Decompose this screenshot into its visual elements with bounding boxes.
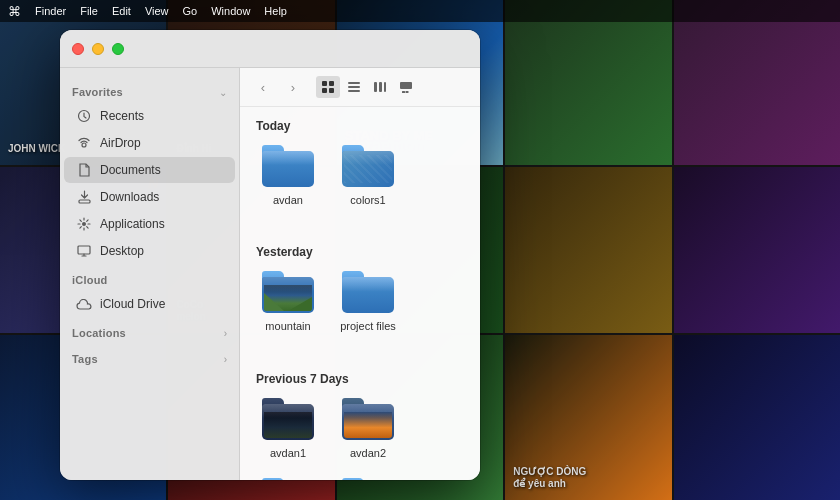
- file-menu[interactable]: File: [80, 5, 98, 17]
- file-item-colors1[interactable]: colors1: [336, 145, 400, 209]
- menubar: ⌘ Finder File Edit View Go Window Help: [0, 0, 840, 22]
- svg-rect-6: [329, 81, 334, 86]
- sidebar-item-icloud-drive[interactable]: iCloud Drive: [64, 291, 235, 317]
- view-menu[interactable]: View: [145, 5, 169, 17]
- svg-rect-11: [348, 90, 360, 92]
- file-item-sound-effects[interactable]: sound effects: [336, 478, 400, 480]
- file-item-mountain[interactable]: mountain: [256, 271, 320, 335]
- finder-window: Favorites ⌄ Recents: [60, 30, 480, 480]
- svg-rect-10: [348, 86, 360, 88]
- apple-menu[interactable]: ⌘: [8, 4, 21, 19]
- window-menu[interactable]: Window: [211, 5, 250, 17]
- folder-icon-avdan: [262, 145, 314, 187]
- gallery-view-button[interactable]: [394, 76, 418, 98]
- title-bar: [60, 30, 480, 68]
- columns-view-button[interactable]: [368, 76, 392, 98]
- sidebar-item-applications[interactable]: Applications: [64, 211, 235, 237]
- maximize-button[interactable]: [112, 43, 124, 55]
- previous-title: Previous 7 Days: [256, 372, 464, 386]
- back-button[interactable]: ‹: [252, 76, 274, 98]
- documents-label: Documents: [100, 163, 161, 177]
- icloud-drive-icon: [76, 296, 92, 312]
- svg-point-3: [82, 222, 86, 226]
- sidebar: Favorites ⌄ Recents: [60, 68, 240, 480]
- downloads-icon: [76, 189, 92, 205]
- icloud-label: iCloud: [72, 274, 108, 286]
- tags-label: Tags: [72, 353, 98, 365]
- today-section: Today avdan: [240, 107, 480, 225]
- folder-icon-avdan1: [262, 398, 314, 440]
- main-content: ‹ ›: [240, 68, 480, 480]
- tags-header[interactable]: Tags ›: [60, 347, 239, 369]
- svg-rect-9: [348, 82, 360, 84]
- desktop-icon: [76, 243, 92, 259]
- go-menu[interactable]: Go: [183, 5, 198, 17]
- help-menu[interactable]: Help: [264, 5, 287, 17]
- yesterday-section: Yesterday mountain: [240, 233, 480, 351]
- svg-rect-2: [79, 200, 90, 203]
- svg-point-1: [82, 143, 86, 147]
- folder-icon-project-files: [342, 271, 394, 313]
- svg-rect-16: [402, 91, 405, 93]
- downloads-label: Downloads: [100, 190, 159, 204]
- locations-header[interactable]: Locations ›: [60, 321, 239, 343]
- folder-icon-sound-effects: [342, 478, 394, 480]
- traffic-lights: [72, 43, 124, 55]
- file-item-avdan1[interactable]: avdan1: [256, 398, 320, 462]
- file-label-avdan2: avdan2: [346, 444, 390, 462]
- previous-files: avdan1 avdan2: [256, 398, 464, 480]
- today-files: avdan colors1: [256, 145, 464, 209]
- yesterday-title: Yesterday: [256, 245, 464, 259]
- grid-view-button[interactable]: [316, 76, 340, 98]
- file-label-avdan1: avdan1: [266, 444, 310, 462]
- svg-rect-7: [322, 88, 327, 93]
- desktop-label: Desktop: [100, 244, 144, 258]
- icloud-drive-label: iCloud Drive: [100, 297, 165, 311]
- previous-section: Previous 7 Days avdan1: [240, 360, 480, 480]
- sidebar-item-desktop[interactable]: Desktop: [64, 238, 235, 264]
- sidebar-item-downloads[interactable]: Downloads: [64, 184, 235, 210]
- svg-rect-5: [322, 81, 327, 86]
- svg-rect-14: [384, 82, 386, 92]
- svg-rect-12: [374, 82, 377, 92]
- sidebar-item-airdrop[interactable]: AirDrop: [64, 130, 235, 156]
- folder-icon-pictures: [262, 478, 314, 480]
- finder-menu[interactable]: Finder: [35, 5, 66, 17]
- favorites-label: Favorites: [72, 86, 123, 98]
- file-item-avdan2[interactable]: avdan2: [336, 398, 400, 462]
- file-item-pictures[interactable]: pictures: [256, 478, 320, 480]
- edit-menu[interactable]: Edit: [112, 5, 131, 17]
- sidebar-item-documents[interactable]: Documents: [64, 157, 235, 183]
- locations-chevron[interactable]: ›: [224, 328, 227, 339]
- file-label-mountain: mountain: [261, 317, 314, 335]
- minimize-button[interactable]: [92, 43, 104, 55]
- tags-chevron[interactable]: ›: [224, 354, 227, 365]
- today-title: Today: [256, 119, 464, 133]
- window-content: Favorites ⌄ Recents: [60, 68, 480, 480]
- sidebar-item-recents[interactable]: Recents: [64, 103, 235, 129]
- yesterday-files: mountain project files: [256, 271, 464, 335]
- file-label-avdan: avdan: [269, 191, 307, 209]
- favorites-header: Favorites ⌄: [60, 80, 239, 102]
- file-label-project-files: project files: [336, 317, 400, 335]
- view-controls: [316, 76, 418, 98]
- svg-rect-13: [379, 82, 382, 92]
- file-item-avdan[interactable]: avdan: [256, 145, 320, 209]
- applications-icon: [76, 216, 92, 232]
- svg-rect-4: [78, 246, 90, 254]
- airdrop-icon: [76, 135, 92, 151]
- svg-rect-8: [329, 88, 334, 93]
- folder-icon-avdan2: [342, 398, 394, 440]
- favorites-chevron[interactable]: ⌄: [219, 87, 227, 98]
- forward-button[interactable]: ›: [282, 76, 304, 98]
- icloud-header: iCloud: [60, 268, 239, 290]
- close-button[interactable]: [72, 43, 84, 55]
- list-view-button[interactable]: [342, 76, 366, 98]
- applications-label: Applications: [100, 217, 165, 231]
- svg-rect-15: [400, 82, 412, 89]
- documents-icon: [76, 162, 92, 178]
- file-item-project-files[interactable]: project files: [336, 271, 400, 335]
- content-toolbar: ‹ ›: [240, 68, 480, 107]
- airdrop-label: AirDrop: [100, 136, 141, 150]
- folder-icon-colors1: [342, 145, 394, 187]
